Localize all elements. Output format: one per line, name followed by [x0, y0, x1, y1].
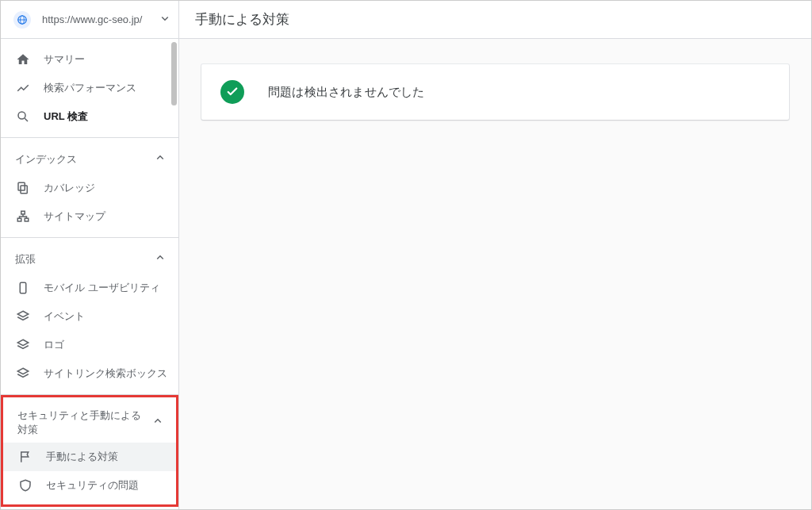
sidebar-item-url-inspect[interactable]: URL 検査	[1, 102, 178, 131]
check-circle-icon	[220, 80, 244, 104]
sidebar-item-security-issues[interactable]: セキュリティの問題	[3, 471, 176, 500]
sidebar: https://www.gc-seo.jp/ サマリー	[1, 1, 179, 509]
home-icon	[15, 52, 31, 67]
globe-icon	[13, 11, 31, 29]
section-header-enhancements[interactable]: 拡張	[1, 244, 178, 274]
sidebar-item-label: 手動による対策	[46, 450, 118, 464]
copy-icon	[15, 181, 31, 195]
sidebar-item-label: モバイル ユーザビリティ	[44, 281, 160, 295]
section-title: セキュリティと手動による対策	[17, 408, 151, 436]
scrollbar-thumb[interactable]	[171, 42, 177, 105]
section-title: インデックス	[15, 152, 153, 167]
sidebar-item-label: カバレッジ	[44, 181, 95, 195]
sidebar-item-label: サマリー	[44, 52, 85, 67]
svg-line-4	[25, 118, 28, 121]
section-header-security-manual[interactable]: セキュリティと手動による対策	[3, 402, 176, 443]
page-title: 手動による対策	[195, 10, 289, 29]
sidebar-item-coverage[interactable]: カバレッジ	[1, 174, 178, 202]
sidebar-item-label: サイトマップ	[44, 209, 105, 224]
sidebar-item-label: イベント	[44, 309, 85, 324]
smartphone-icon	[15, 281, 31, 295]
layers-icon	[15, 366, 31, 381]
sidebar-item-sitelinks-searchbox[interactable]: サイトリンク検索ボックス	[1, 359, 178, 388]
trending-up-icon	[15, 81, 31, 95]
svg-rect-5	[21, 186, 27, 194]
svg-point-3	[18, 112, 25, 119]
status-card: 問題は検出されませんでした	[201, 64, 789, 120]
sidebar-item-manual-actions[interactable]: 手動による対策	[3, 443, 176, 471]
status-message: 問題は検出されませんでした	[268, 85, 425, 100]
caret-down-icon	[158, 11, 172, 28]
sidebar-item-mobile-usability[interactable]: モバイル ユーザビリティ	[1, 274, 178, 302]
layers-icon	[15, 309, 31, 324]
chevron-up-icon	[153, 151, 167, 167]
sidebar-item-sitemaps[interactable]: サイトマップ	[1, 202, 178, 231]
sidebar-item-event[interactable]: イベント	[1, 302, 178, 331]
sidebar-item-label: ロゴ	[44, 338, 64, 352]
page-header: 手動による対策	[179, 1, 811, 39]
search-icon	[15, 109, 31, 124]
svg-rect-10	[20, 282, 26, 293]
sidebar-item-label: サイトリンク検索ボックス	[44, 366, 167, 381]
flag-icon	[17, 450, 33, 464]
section-title: 拡張	[15, 252, 153, 267]
svg-rect-6	[18, 182, 25, 190]
property-selector[interactable]: https://www.gc-seo.jp/	[1, 1, 178, 39]
property-url: https://www.gc-seo.jp/	[42, 13, 158, 25]
chevron-up-icon	[153, 251, 167, 267]
sidebar-item-label: セキュリティの問題	[46, 478, 139, 493]
sidebar-item-performance[interactable]: 検索パフォーマンス	[1, 74, 178, 102]
shield-icon	[17, 478, 33, 493]
svg-rect-9	[25, 218, 29, 221]
sidebar-item-summary[interactable]: サマリー	[1, 45, 178, 74]
svg-rect-8	[17, 218, 21, 221]
svg-rect-7	[21, 211, 25, 214]
sidebar-item-logo[interactable]: ロゴ	[1, 331, 178, 359]
sidebar-item-label: URL 検査	[44, 109, 88, 124]
section-header-index[interactable]: インデックス	[1, 144, 178, 174]
sidebar-item-label: 検索パフォーマンス	[44, 81, 136, 95]
main-content: 手動による対策 問題は検出されませんでした	[179, 1, 811, 509]
sitemap-icon	[15, 209, 31, 224]
layers-icon	[15, 338, 31, 352]
chevron-up-icon	[151, 414, 165, 431]
